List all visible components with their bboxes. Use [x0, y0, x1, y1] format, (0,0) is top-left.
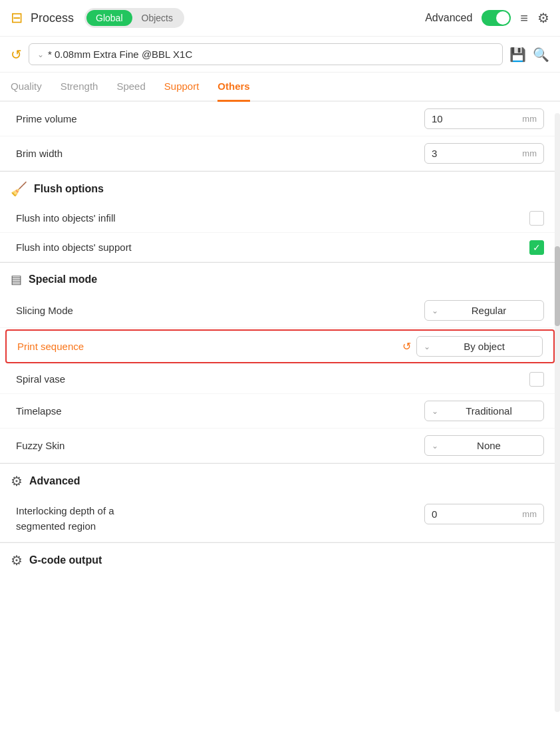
timelapse-label: Timelapse [16, 405, 424, 417]
refresh-icon[interactable]: ↺ [11, 47, 22, 63]
slicing-mode-value: Regular [472, 305, 507, 316]
advanced-label: Advanced [425, 12, 472, 24]
flush-options-title: Flush options [34, 183, 104, 195]
gear-settings-icon[interactable]: ⚙ [537, 10, 549, 26]
timelapse-control: ⌄ Traditional [424, 401, 544, 421]
fuzzy-skin-label: Fuzzy Skin [16, 440, 424, 451]
flush-infill-row: Flush into objects' infill [0, 204, 560, 233]
advanced-section-header: ⚙ Advanced [0, 463, 560, 496]
print-sequence-dropdown[interactable]: ⌄ By object [416, 336, 543, 357]
special-mode-section-header: ▤ Special mode [0, 262, 560, 293]
timelapse-dropdown[interactable]: ⌄ Traditional [424, 401, 544, 421]
timelapse-row: Timelapse ⌄ Traditional [0, 394, 560, 429]
brim-width-value: 3 [432, 148, 437, 159]
list-icon[interactable]: ≡ [520, 11, 528, 26]
flush-support-control [529, 240, 544, 255]
prime-volume-row: Prime volume 10 mm [0, 102, 560, 136]
spiral-vase-control [529, 372, 544, 387]
gcode-icon: ⚙ [11, 552, 23, 568]
chevron-down-icon: ⌄ [432, 306, 438, 315]
chevron-down-icon: ⌄ [37, 50, 44, 59]
fuzzy-skin-value: None [477, 440, 501, 451]
flush-support-checkbox[interactable] [529, 240, 544, 255]
content-area: Prime volume 10 mm Brim width 3 mm 🧹 Flu… [0, 102, 560, 575]
interlocking-depth-control: 0 mm [424, 504, 544, 524]
tab-speed[interactable]: Speed [116, 73, 145, 102]
prime-volume-label: Prime volume [16, 113, 424, 124]
gcode-output-title: G-code output [29, 554, 102, 566]
spiral-vase-checkbox[interactable] [529, 372, 544, 387]
print-sequence-value: By object [464, 341, 505, 352]
prime-volume-control: 10 mm [424, 108, 544, 129]
spiral-vase-label: Spiral vase [16, 373, 529, 385]
reset-icon[interactable]: ↺ [402, 340, 411, 353]
prime-volume-input[interactable]: 10 mm [424, 108, 544, 129]
interlocking-depth-input[interactable]: 0 mm [424, 504, 544, 524]
slicing-mode-control: ⌄ Regular [424, 300, 544, 321]
flush-options-section-header: 🧹 Flush options [0, 171, 560, 204]
tab-navigation: Quality Strength Speed Support Others [0, 73, 560, 102]
print-sequence-label: Print sequence [17, 341, 397, 352]
prime-volume-unit: mm [522, 114, 537, 124]
layers-icon: ⊟ [11, 9, 23, 27]
interlocking-depth-value: 0 [432, 508, 437, 520]
advanced-toggle[interactable] [482, 10, 511, 26]
header: ⊟ Process Global Objects Advanced ≡ ⚙ [0, 0, 560, 37]
interlocking-depth-unit: mm [522, 509, 537, 519]
spiral-vase-row: Spiral vase [0, 365, 560, 394]
special-mode-icon: ▤ [11, 272, 22, 287]
advanced-icon: ⚙ [11, 473, 23, 489]
chevron-down-icon: ⌄ [432, 407, 438, 416]
brim-width-input[interactable]: 3 mm [424, 143, 544, 164]
interlocking-depth-row: Interlocking depth of a segmented region… [0, 496, 560, 542]
chevron-down-icon: ⌄ [432, 441, 438, 451]
tab-others[interactable]: Others [217, 73, 249, 102]
brim-width-unit: mm [522, 148, 537, 158]
flush-support-row: Flush into objects' support [0, 233, 560, 262]
brim-width-label: Brim width [16, 148, 424, 159]
search-icon[interactable]: 🔍 [533, 47, 549, 63]
tab-objects[interactable]: Objects [132, 10, 182, 26]
slicing-mode-row: Slicing Mode ⌄ Regular [0, 293, 560, 328]
tab-support[interactable]: Support [164, 73, 200, 102]
toolbar: ↺ ⌄ * 0.08mm Extra Fine @BBL X1C 💾 🔍 [0, 37, 560, 73]
profile-name: * 0.08mm Extra Fine @BBL X1C [48, 49, 192, 60]
header-title: Process [31, 11, 74, 25]
save-icon[interactable]: 💾 [509, 47, 526, 63]
brim-width-control: 3 mm [424, 143, 544, 164]
flush-support-label: Flush into objects' support [16, 242, 529, 253]
profile-selector[interactable]: ⌄ * 0.08mm Extra Fine @BBL X1C [29, 43, 503, 65]
prime-volume-value: 10 [432, 113, 443, 124]
interlocking-depth-label: Interlocking depth of a segmented region [16, 504, 424, 534]
fuzzy-skin-control: ⌄ None [424, 435, 544, 456]
flush-infill-checkbox[interactable] [529, 211, 544, 226]
fuzzy-skin-dropdown[interactable]: ⌄ None [424, 435, 544, 456]
slicing-mode-dropdown[interactable]: ⌄ Regular [424, 300, 544, 321]
scrollbar[interactable] [555, 113, 560, 712]
fuzzy-skin-row: Fuzzy Skin ⌄ None [0, 429, 560, 463]
tab-strength[interactable]: Strength [61, 73, 98, 102]
advanced-title: Advanced [29, 475, 80, 487]
print-sequence-row: Print sequence ↺ ⌄ By object [5, 329, 555, 363]
chevron-down-icon: ⌄ [424, 342, 430, 351]
special-mode-title: Special mode [29, 274, 97, 285]
slicing-mode-label: Slicing Mode [16, 305, 424, 316]
flush-infill-label: Flush into objects' infill [16, 212, 529, 224]
flush-infill-control [529, 211, 544, 226]
flush-options-icon: 🧹 [11, 181, 27, 197]
timelapse-value: Traditional [466, 405, 511, 417]
global-objects-tab-group: Global Objects [84, 8, 184, 28]
gcode-output-section-header: ⚙ G-code output [0, 542, 560, 575]
header-right: Advanced ≡ ⚙ [425, 10, 549, 26]
brim-width-row: Brim width 3 mm [0, 136, 560, 171]
tab-quality[interactable]: Quality [11, 73, 42, 102]
tab-global[interactable]: Global [86, 10, 132, 26]
scrollbar-thumb[interactable] [555, 246, 560, 326]
